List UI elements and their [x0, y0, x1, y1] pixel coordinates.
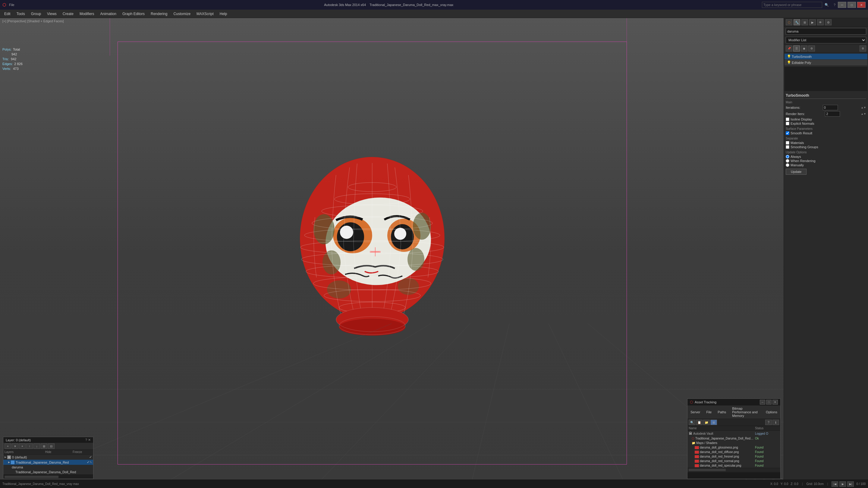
play-btn[interactable]: ▶	[839, 481, 846, 487]
asset-row-specular[interactable]: daruma_doll_red_specular.png Found	[687, 463, 780, 468]
asset-footer-input[interactable]	[687, 472, 780, 479]
ts-render-iters-spinner[interactable]: ▲▼	[861, 112, 866, 116]
layer-row-0default[interactable]: ▶ ◈ 0 (default) ✓	[3, 455, 93, 460]
menu-group[interactable]: Group	[28, 10, 44, 17]
turbosmooth-modifier-item[interactable]: 💡 TurboSmooth	[784, 54, 867, 60]
menu-help[interactable]: Help	[217, 10, 230, 17]
titlebar-menu-file[interactable]: File	[8, 3, 16, 7]
asset-btn-2[interactable]: 📋	[696, 420, 703, 425]
img-icon-diffuse	[695, 451, 699, 454]
ts-materials-checkbox[interactable]	[786, 141, 789, 144]
ts-smooth-result-checkbox[interactable]	[786, 131, 789, 135]
asset-btn-4[interactable]: ⊞	[710, 420, 717, 425]
mod-show-icon[interactable]: ◉	[801, 45, 807, 52]
layer-panel-scrollbar[interactable]	[3, 475, 93, 479]
asset-btn-3[interactable]: 📁	[703, 420, 710, 425]
asset-btn-1[interactable]: 🔍	[689, 420, 695, 425]
asset-menu-paths[interactable]: Paths	[716, 410, 728, 415]
menu-views[interactable]: Views	[44, 10, 60, 17]
asset-panel-minimize-btn[interactable]: ─	[760, 400, 765, 404]
search-input[interactable]	[762, 2, 822, 8]
asset-menu-options[interactable]: Options	[764, 410, 779, 415]
object-name-input[interactable]	[786, 28, 866, 35]
help-icon[interactable]: ?	[834, 3, 835, 7]
display-tab[interactable]: ⬡	[786, 19, 792, 25]
prev-frame-btn[interactable]: |◀	[832, 481, 838, 487]
modifier-icons-row: 📌 ☰ ◉ ⚙ ⚙	[784, 44, 868, 53]
layer-panel-close-btn[interactable]: ✕	[88, 438, 91, 442]
next-frame-btn[interactable]: ▶|	[847, 481, 854, 487]
vault-icon: 🏛	[689, 431, 692, 435]
mod-pin-icon[interactable]: 📌	[786, 45, 792, 52]
maximize-button[interactable]: □	[847, 2, 856, 8]
ts-explicit-normals-checkbox[interactable]	[786, 122, 789, 125]
asset-menu-server[interactable]: Server	[689, 410, 702, 415]
asset-info-btn[interactable]: ℹ	[772, 420, 779, 425]
asset-fresnel-name: daruma_doll_red_fresnel.png	[700, 455, 755, 458]
layer-panel-help-btn[interactable]: ?	[85, 438, 87, 442]
menu-animation[interactable]: Animation	[97, 10, 119, 17]
mod-settings-icon[interactable]: ⚙	[860, 45, 866, 52]
svg-line-36	[470, 324, 509, 488]
asset-panel-restore-btn[interactable]: □	[766, 400, 772, 404]
modifier-list-dropdown[interactable]: Modifier List	[786, 37, 866, 43]
menu-edit[interactable]: Edit	[1, 10, 13, 17]
motion-tab[interactable]: ▶	[809, 19, 816, 25]
layer-highlight-btn[interactable]: ⊞	[41, 444, 47, 449]
menu-modifiers[interactable]: Modifiers	[76, 10, 97, 17]
asset-row-maxfile[interactable]: ⬡ Traditional_Japanese_Daruma_Doll_Red_m…	[687, 436, 780, 441]
mod-list-icon[interactable]: ☰	[793, 45, 800, 52]
layer-name-trad-doll: Traditional_Japanese_Daruma_Doll_Red	[16, 470, 92, 474]
layer-select-objects-btn[interactable]: ↑	[26, 444, 33, 449]
modifier-tab-active[interactable]: 🔧	[794, 19, 800, 25]
layer-add-selected-btn[interactable]: +	[19, 444, 26, 449]
asset-help-btn[interactable]: ?	[765, 420, 772, 425]
close-button[interactable]: ✕	[857, 2, 866, 8]
layer-row-daruma[interactable]: daruma	[3, 465, 93, 469]
editable-poly-modifier-item[interactable]: 💡 Editable Poly	[784, 60, 867, 66]
menu-customize[interactable]: Customize	[170, 10, 193, 17]
ts-smoothing-groups-checkbox[interactable]	[786, 145, 789, 149]
search-icon[interactable]: 🔍	[825, 3, 829, 7]
display-prop-tab[interactable]: 👁	[817, 19, 824, 25]
asset-row-fresnel[interactable]: daruma_doll_red_fresnel.png Found	[687, 454, 780, 459]
asset-row-vault[interactable]: 🏛 Autodesk Vault Logged O	[687, 431, 780, 436]
layer-row-trad-doll[interactable]: Traditional_Japanese_Daruma_Doll_Red	[3, 469, 93, 475]
layer-delete-btn[interactable]: ✕	[12, 444, 19, 449]
asset-scrollbar-thumb[interactable]	[689, 469, 726, 471]
layer-move-to-btn[interactable]: ↓	[33, 444, 40, 449]
ts-when-rendering-radio[interactable]	[786, 159, 789, 163]
ts-iterations-input[interactable]	[823, 105, 838, 110]
asset-row-diffuse[interactable]: daruma_doll_red_diffuse.png Found	[687, 450, 780, 454]
asset-specular-status: Found	[755, 464, 779, 467]
ts-render-iters-input[interactable]	[825, 111, 840, 117]
ts-isoline-checkbox[interactable]	[786, 118, 789, 121]
ts-update-button[interactable]: Update	[786, 169, 807, 175]
minimize-button[interactable]: ─	[838, 2, 846, 8]
ts-manually-radio[interactable]	[786, 163, 789, 167]
layer-scrollbar-thumb[interactable]	[4, 476, 59, 478]
asset-menu-file[interactable]: File	[704, 410, 713, 415]
ts-always-radio[interactable]	[786, 155, 789, 158]
asset-row-normal[interactable]: daruma_doll_red_normal.png Found	[687, 459, 780, 463]
asset-scrollbar-h[interactable]	[687, 468, 780, 471]
hierarchy-tab[interactable]: ⊞	[801, 19, 808, 25]
utilities-tab[interactable]: ⚙	[825, 19, 832, 25]
layer-properties-btn[interactable]: ⊟	[48, 444, 55, 449]
titlebar-right: 🔍 ? ─ □ ✕	[762, 2, 866, 8]
ts-iterations-spinner[interactable]: ▲▼	[861, 106, 866, 109]
menu-create[interactable]: Create	[60, 10, 76, 17]
mod-config-icon[interactable]: ⚙	[808, 45, 815, 52]
menu-maxscript[interactable]: MAXScript	[193, 10, 217, 17]
menu-rendering[interactable]: Rendering	[148, 10, 170, 17]
layer-row-daruma-red[interactable]: ▶ Traditional_Japanese_Daruma_Red ✓ ✎	[3, 460, 93, 465]
asset-row-glossiness[interactable]: daruma_doll_glossiness.png Found	[687, 445, 780, 450]
asset-panel-close-btn[interactable]: ✕	[772, 400, 778, 404]
viewport[interactable]: Polys: Total 942 Tris: 942 Edges: 2 826 …	[0, 18, 784, 488]
menu-tools[interactable]: Tools	[13, 10, 28, 17]
svg-line-34	[157, 324, 431, 488]
layer-create-btn[interactable]: +	[4, 444, 11, 449]
asset-menu-bitmap[interactable]: Bitmap Performance and Memory	[730, 406, 762, 418]
menu-graph-editors[interactable]: Graph Editors	[119, 10, 148, 17]
asset-row-maps-folder[interactable]: 📁 Maps / Shaders	[687, 441, 780, 445]
